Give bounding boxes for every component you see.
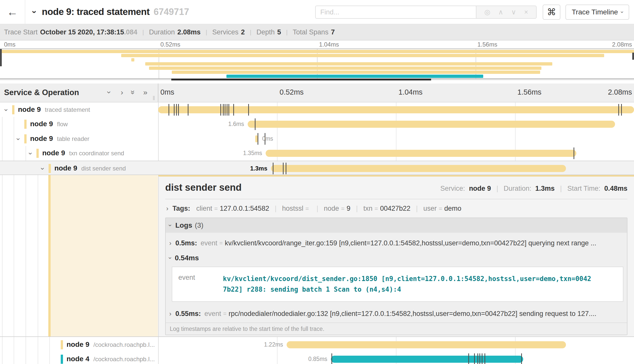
span-duration-bar[interactable] bbox=[287, 341, 566, 348]
expand-deep-icon[interactable]: » bbox=[143, 88, 147, 97]
span-detail-stats: Service: node 9 | Duration: 1.3ms | Star… bbox=[440, 185, 627, 192]
trace-collapse-chevron-icon[interactable]: › bbox=[30, 10, 40, 13]
tree-guide-line bbox=[26, 175, 26, 336]
span-duration-bar[interactable] bbox=[255, 135, 258, 142]
summary-item-value: October 15 2020, 17:38:15 bbox=[40, 28, 124, 36]
summary-item-label: Services bbox=[212, 28, 239, 36]
expander-chevron-icon[interactable]: › bbox=[14, 138, 23, 140]
log-value: kv/kvclient/kvcoord/range_iter.go:159 [n… bbox=[225, 239, 596, 247]
logs-accordion: › Logs (3) › 0.5ms: event = kv/kvclient/… bbox=[165, 218, 627, 335]
expand-all-icon[interactable]: › bbox=[121, 88, 123, 97]
log-marker-tick bbox=[621, 104, 622, 116]
minimap-left-drag-handle[interactable] bbox=[0, 49, 2, 66]
axis-tick-1: 0.52ms bbox=[280, 88, 304, 96]
log-marker-tick bbox=[178, 104, 179, 116]
summary-item-label: Total Spans bbox=[293, 28, 328, 36]
log-marker-tick bbox=[331, 353, 332, 364]
trace-view-select[interactable]: Trace Timeline › bbox=[565, 5, 629, 20]
span-duration-bar[interactable] bbox=[248, 121, 615, 128]
span-operation-name: table reader bbox=[57, 135, 89, 142]
minimap-right-drag-handle[interactable] bbox=[632, 53, 634, 60]
tag-value: 00427b22 bbox=[380, 205, 410, 212]
tag-equals: = bbox=[374, 205, 378, 212]
span-timeline-cell: 1.6ms bbox=[158, 117, 634, 131]
log-marker-tick bbox=[225, 104, 225, 116]
log-marker-tick bbox=[220, 104, 221, 116]
span-color-bar bbox=[61, 340, 63, 349]
log-time: 0.54ms bbox=[175, 254, 199, 262]
tag-item: node=9 bbox=[324, 205, 350, 212]
log-time: 0.5ms: bbox=[175, 239, 197, 247]
span-service-name: node 9flow bbox=[30, 120, 68, 128]
span-row-flow[interactable]: node 9flow1.6ms bbox=[0, 117, 634, 131]
selected-span-color-bar bbox=[48, 175, 51, 336]
expander-chevron-icon[interactable]: › bbox=[39, 167, 47, 170]
page-title: node 9: traced statement bbox=[42, 7, 150, 17]
span-row-table-reader[interactable]: ›node 9table reader0ms bbox=[0, 132, 634, 146]
span-row-dist-sender-send[interactable]: ›node 9dist sender send1.3ms bbox=[0, 161, 634, 175]
tag-separator: | bbox=[356, 205, 358, 212]
axis-tick-4: 2.08ms bbox=[608, 88, 632, 96]
minimap-canvas[interactable] bbox=[0, 49, 634, 79]
span-color-bar bbox=[49, 164, 51, 173]
tags-label: Tags: bbox=[173, 205, 190, 212]
span-service-name: node 9traced statement bbox=[18, 105, 90, 114]
span-detail-title: dist sender send bbox=[165, 182, 242, 193]
span-color-bar bbox=[24, 134, 27, 143]
minimap-scroll-thumb[interactable] bbox=[171, 79, 431, 80]
next-match-icon[interactable]: ∨ bbox=[511, 8, 516, 16]
span-row--cockroach-roachpb-i-[interactable]: node 4/cockroach.roachpb.I...0.85ms bbox=[0, 352, 634, 364]
chevron-right-icon: › bbox=[166, 205, 168, 212]
service-label: Service: bbox=[440, 185, 465, 192]
column-divider[interactable] bbox=[158, 83, 158, 102]
chevron-down-icon: › bbox=[167, 257, 174, 259]
clear-find-icon[interactable]: × bbox=[524, 8, 528, 16]
collapse-all-icon[interactable]: › bbox=[105, 91, 114, 94]
keyboard-shortcuts-button[interactable]: ⌘ bbox=[543, 5, 560, 20]
minimap-axis-label: 1.04ms bbox=[319, 41, 339, 48]
tag-value: 127.0.0.1:54582 bbox=[220, 205, 269, 212]
span-timeline-cell: 0ms bbox=[158, 132, 634, 146]
trace-title-group: › node 9: traced statement 6749717 bbox=[33, 0, 189, 24]
span-duration-bar[interactable] bbox=[266, 150, 576, 157]
log-key: event bbox=[204, 310, 221, 318]
span-timeline-cell: 1.3ms bbox=[158, 161, 634, 175]
tag-key: hostssl bbox=[282, 205, 303, 212]
expander-chevron-icon[interactable]: › bbox=[2, 109, 10, 111]
column-resizer-grip[interactable]: ‖ bbox=[153, 95, 156, 102]
log-marker-tick bbox=[223, 104, 224, 116]
tags-accordion[interactable]: › Tags: client=127.0.0.1:54582|hostssl=|… bbox=[165, 199, 627, 218]
span-color-bar bbox=[12, 105, 14, 114]
span-row--cockroach-roachpb-i-[interactable]: node 9/cockroach.roachpb.I...1.22ms bbox=[0, 337, 634, 352]
minimap-axis-label: 2.08ms bbox=[612, 41, 632, 48]
collapse-deep-icon[interactable]: » bbox=[129, 90, 137, 95]
tag-item: txn=00427b22 bbox=[363, 205, 410, 212]
log-entry-collapsed[interactable]: › 0.55ms: event = rpc/nodedialer/nodedia… bbox=[166, 306, 627, 322]
tag-key: txn bbox=[363, 205, 372, 212]
log-marker-tick bbox=[248, 104, 249, 116]
log-entry-expanded-header[interactable]: › 0.54ms bbox=[166, 251, 627, 265]
chevron-right-icon: › bbox=[169, 310, 171, 317]
span-color-bar bbox=[61, 355, 63, 364]
locate-match-icon[interactable]: ◎ bbox=[484, 8, 490, 16]
logs-accordion-header[interactable]: › Logs (3) bbox=[166, 218, 627, 233]
span-row-txn-coordinator-send[interactable]: ›node 9txn coordinator send1.35ms bbox=[0, 146, 634, 160]
span-row-traced-statement[interactable]: ›node 9traced statement bbox=[0, 102, 634, 117]
tag-separator: | bbox=[316, 205, 318, 212]
log-entry-collapsed[interactable]: › 0.5ms: event = kv/kvclient/kvcoord/ran… bbox=[166, 235, 627, 251]
axis-tick-2: 1.04ms bbox=[398, 88, 422, 96]
minimap-span-bar bbox=[145, 62, 552, 66]
summary-separator: | bbox=[250, 29, 251, 36]
expander-chevron-icon[interactable]: › bbox=[27, 153, 35, 155]
summary-item-value: 7 bbox=[331, 28, 335, 36]
chevron-down-icon: › bbox=[167, 224, 174, 226]
span-operation-name: flow bbox=[57, 121, 68, 127]
span-duration-bar[interactable] bbox=[158, 106, 634, 113]
span-color-bar bbox=[24, 120, 27, 129]
prev-match-icon[interactable]: ∧ bbox=[498, 8, 503, 16]
span-duration-bar[interactable] bbox=[271, 165, 566, 172]
span-duration-bar[interactable] bbox=[331, 356, 523, 363]
log-marker-tick bbox=[574, 147, 574, 159]
back-button[interactable]: ← bbox=[0, 0, 25, 24]
find-input[interactable] bbox=[315, 6, 476, 19]
